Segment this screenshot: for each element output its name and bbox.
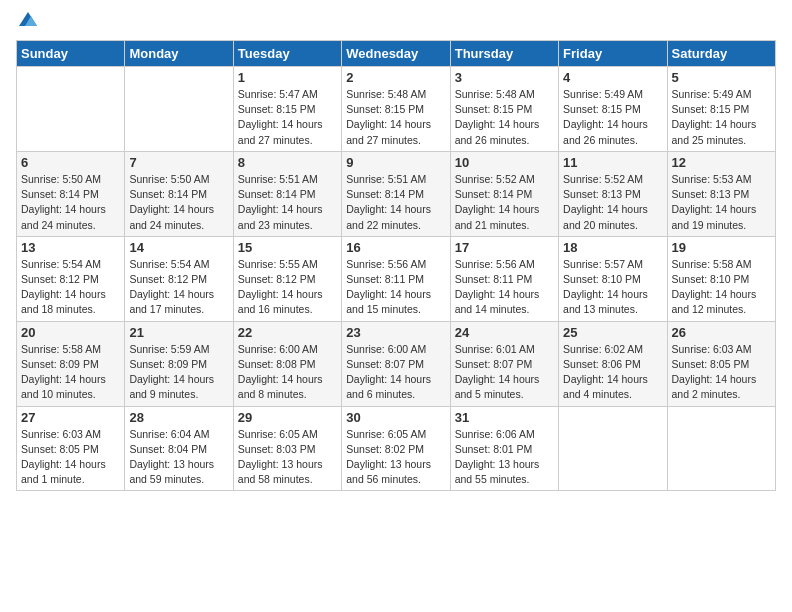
day-number: 9: [346, 155, 445, 170]
day-number: 17: [455, 240, 554, 255]
calendar-cell: 16Sunrise: 5:56 AM Sunset: 8:11 PM Dayli…: [342, 236, 450, 321]
day-number: 29: [238, 410, 337, 425]
day-info: Sunrise: 5:52 AM Sunset: 8:14 PM Dayligh…: [455, 172, 554, 233]
calendar-cell: 10Sunrise: 5:52 AM Sunset: 8:14 PM Dayli…: [450, 151, 558, 236]
day-number: 21: [129, 325, 228, 340]
day-number: 25: [563, 325, 662, 340]
day-number: 19: [672, 240, 771, 255]
day-info: Sunrise: 5:54 AM Sunset: 8:12 PM Dayligh…: [129, 257, 228, 318]
day-info: Sunrise: 5:56 AM Sunset: 8:11 PM Dayligh…: [455, 257, 554, 318]
calendar-cell: [667, 406, 775, 491]
day-info: Sunrise: 5:59 AM Sunset: 8:09 PM Dayligh…: [129, 342, 228, 403]
day-number: 8: [238, 155, 337, 170]
day-info: Sunrise: 6:04 AM Sunset: 8:04 PM Dayligh…: [129, 427, 228, 488]
day-number: 15: [238, 240, 337, 255]
calendar-cell: 7Sunrise: 5:50 AM Sunset: 8:14 PM Daylig…: [125, 151, 233, 236]
day-info: Sunrise: 6:05 AM Sunset: 8:03 PM Dayligh…: [238, 427, 337, 488]
weekday-header: Wednesday: [342, 41, 450, 67]
day-number: 20: [21, 325, 120, 340]
logo-icon: [17, 8, 39, 30]
calendar-cell: 17Sunrise: 5:56 AM Sunset: 8:11 PM Dayli…: [450, 236, 558, 321]
calendar-cell: 3Sunrise: 5:48 AM Sunset: 8:15 PM Daylig…: [450, 67, 558, 152]
page-container: SundayMondayTuesdayWednesdayThursdayFrid…: [0, 0, 792, 612]
calendar-cell: 22Sunrise: 6:00 AM Sunset: 8:08 PM Dayli…: [233, 321, 341, 406]
weekday-header: Thursday: [450, 41, 558, 67]
calendar-cell: 20Sunrise: 5:58 AM Sunset: 8:09 PM Dayli…: [17, 321, 125, 406]
day-info: Sunrise: 6:06 AM Sunset: 8:01 PM Dayligh…: [455, 427, 554, 488]
calendar-cell: [559, 406, 667, 491]
calendar-cell: 1Sunrise: 5:47 AM Sunset: 8:15 PM Daylig…: [233, 67, 341, 152]
day-info: Sunrise: 5:52 AM Sunset: 8:13 PM Dayligh…: [563, 172, 662, 233]
day-info: Sunrise: 5:51 AM Sunset: 8:14 PM Dayligh…: [238, 172, 337, 233]
day-number: 2: [346, 70, 445, 85]
calendar-cell: 15Sunrise: 5:55 AM Sunset: 8:12 PM Dayli…: [233, 236, 341, 321]
day-info: Sunrise: 5:55 AM Sunset: 8:12 PM Dayligh…: [238, 257, 337, 318]
day-info: Sunrise: 5:53 AM Sunset: 8:13 PM Dayligh…: [672, 172, 771, 233]
day-number: 14: [129, 240, 228, 255]
calendar-cell: 30Sunrise: 6:05 AM Sunset: 8:02 PM Dayli…: [342, 406, 450, 491]
day-info: Sunrise: 5:54 AM Sunset: 8:12 PM Dayligh…: [21, 257, 120, 318]
day-info: Sunrise: 5:56 AM Sunset: 8:11 PM Dayligh…: [346, 257, 445, 318]
day-number: 22: [238, 325, 337, 340]
day-info: Sunrise: 5:48 AM Sunset: 8:15 PM Dayligh…: [346, 87, 445, 148]
day-number: 18: [563, 240, 662, 255]
calendar-cell: 19Sunrise: 5:58 AM Sunset: 8:10 PM Dayli…: [667, 236, 775, 321]
day-info: Sunrise: 5:50 AM Sunset: 8:14 PM Dayligh…: [21, 172, 120, 233]
calendar-cell: 27Sunrise: 6:03 AM Sunset: 8:05 PM Dayli…: [17, 406, 125, 491]
logo: [16, 16, 39, 30]
calendar-cell: [125, 67, 233, 152]
day-number: 3: [455, 70, 554, 85]
day-info: Sunrise: 5:49 AM Sunset: 8:15 PM Dayligh…: [672, 87, 771, 148]
calendar-cell: 5Sunrise: 5:49 AM Sunset: 8:15 PM Daylig…: [667, 67, 775, 152]
day-number: 16: [346, 240, 445, 255]
calendar-cell: 11Sunrise: 5:52 AM Sunset: 8:13 PM Dayli…: [559, 151, 667, 236]
day-info: Sunrise: 6:05 AM Sunset: 8:02 PM Dayligh…: [346, 427, 445, 488]
day-number: 4: [563, 70, 662, 85]
day-number: 31: [455, 410, 554, 425]
day-number: 24: [455, 325, 554, 340]
day-info: Sunrise: 5:58 AM Sunset: 8:09 PM Dayligh…: [21, 342, 120, 403]
day-number: 28: [129, 410, 228, 425]
calendar-cell: 29Sunrise: 6:05 AM Sunset: 8:03 PM Dayli…: [233, 406, 341, 491]
calendar-cell: 4Sunrise: 5:49 AM Sunset: 8:15 PM Daylig…: [559, 67, 667, 152]
weekday-header: Monday: [125, 41, 233, 67]
day-number: 12: [672, 155, 771, 170]
header: [16, 16, 776, 30]
weekday-header: Friday: [559, 41, 667, 67]
calendar-cell: 26Sunrise: 6:03 AM Sunset: 8:05 PM Dayli…: [667, 321, 775, 406]
day-number: 30: [346, 410, 445, 425]
calendar-cell: 21Sunrise: 5:59 AM Sunset: 8:09 PM Dayli…: [125, 321, 233, 406]
day-number: 10: [455, 155, 554, 170]
day-info: Sunrise: 5:50 AM Sunset: 8:14 PM Dayligh…: [129, 172, 228, 233]
day-info: Sunrise: 6:03 AM Sunset: 8:05 PM Dayligh…: [672, 342, 771, 403]
day-number: 27: [21, 410, 120, 425]
day-info: Sunrise: 5:49 AM Sunset: 8:15 PM Dayligh…: [563, 87, 662, 148]
day-info: Sunrise: 5:58 AM Sunset: 8:10 PM Dayligh…: [672, 257, 771, 318]
calendar-cell: [17, 67, 125, 152]
day-number: 26: [672, 325, 771, 340]
calendar-cell: 14Sunrise: 5:54 AM Sunset: 8:12 PM Dayli…: [125, 236, 233, 321]
calendar-cell: 2Sunrise: 5:48 AM Sunset: 8:15 PM Daylig…: [342, 67, 450, 152]
day-number: 13: [21, 240, 120, 255]
calendar-cell: 18Sunrise: 5:57 AM Sunset: 8:10 PM Dayli…: [559, 236, 667, 321]
day-info: Sunrise: 6:03 AM Sunset: 8:05 PM Dayligh…: [21, 427, 120, 488]
weekday-header: Saturday: [667, 41, 775, 67]
calendar-cell: 24Sunrise: 6:01 AM Sunset: 8:07 PM Dayli…: [450, 321, 558, 406]
day-number: 5: [672, 70, 771, 85]
calendar-cell: 8Sunrise: 5:51 AM Sunset: 8:14 PM Daylig…: [233, 151, 341, 236]
calendar-cell: 13Sunrise: 5:54 AM Sunset: 8:12 PM Dayli…: [17, 236, 125, 321]
day-info: Sunrise: 5:48 AM Sunset: 8:15 PM Dayligh…: [455, 87, 554, 148]
day-number: 11: [563, 155, 662, 170]
calendar-cell: 9Sunrise: 5:51 AM Sunset: 8:14 PM Daylig…: [342, 151, 450, 236]
calendar-cell: 12Sunrise: 5:53 AM Sunset: 8:13 PM Dayli…: [667, 151, 775, 236]
calendar-table: SundayMondayTuesdayWednesdayThursdayFrid…: [16, 40, 776, 491]
day-info: Sunrise: 6:00 AM Sunset: 8:08 PM Dayligh…: [238, 342, 337, 403]
weekday-header: Sunday: [17, 41, 125, 67]
day-info: Sunrise: 6:02 AM Sunset: 8:06 PM Dayligh…: [563, 342, 662, 403]
day-info: Sunrise: 6:01 AM Sunset: 8:07 PM Dayligh…: [455, 342, 554, 403]
day-info: Sunrise: 5:57 AM Sunset: 8:10 PM Dayligh…: [563, 257, 662, 318]
calendar-cell: 6Sunrise: 5:50 AM Sunset: 8:14 PM Daylig…: [17, 151, 125, 236]
day-number: 23: [346, 325, 445, 340]
weekday-header: Tuesday: [233, 41, 341, 67]
calendar-cell: 25Sunrise: 6:02 AM Sunset: 8:06 PM Dayli…: [559, 321, 667, 406]
